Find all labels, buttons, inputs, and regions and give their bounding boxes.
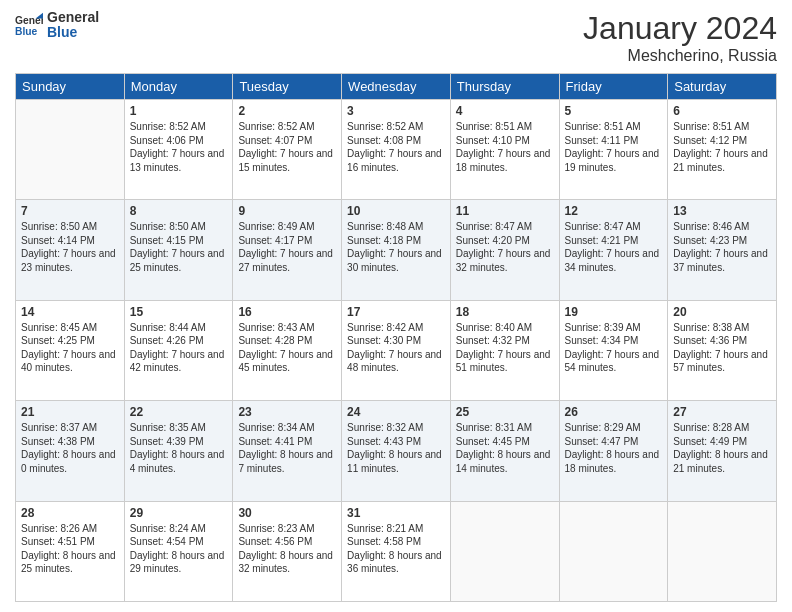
day-number: 23: [238, 405, 336, 419]
day-number: 4: [456, 104, 554, 118]
calendar-cell: [16, 100, 125, 200]
day-info: Sunrise: 8:23 AMSunset: 4:56 PMDaylight:…: [238, 522, 336, 576]
day-number: 30: [238, 506, 336, 520]
day-info: Sunrise: 8:52 AMSunset: 4:07 PMDaylight:…: [238, 120, 336, 174]
day-info: Sunrise: 8:31 AMSunset: 4:45 PMDaylight:…: [456, 421, 554, 475]
calendar-cell: 11Sunrise: 8:47 AMSunset: 4:20 PMDayligh…: [450, 200, 559, 300]
day-number: 22: [130, 405, 228, 419]
day-number: 3: [347, 104, 445, 118]
svg-text:Blue: Blue: [15, 27, 38, 38]
day-info: Sunrise: 8:37 AMSunset: 4:38 PMDaylight:…: [21, 421, 119, 475]
day-number: 19: [565, 305, 663, 319]
day-info: Sunrise: 8:49 AMSunset: 4:17 PMDaylight:…: [238, 220, 336, 274]
calendar-cell: 13Sunrise: 8:46 AMSunset: 4:23 PMDayligh…: [668, 200, 777, 300]
day-number: 7: [21, 204, 119, 218]
calendar-cell: 3Sunrise: 8:52 AMSunset: 4:08 PMDaylight…: [342, 100, 451, 200]
day-info: Sunrise: 8:21 AMSunset: 4:58 PMDaylight:…: [347, 522, 445, 576]
weekday-header-row: SundayMondayTuesdayWednesdayThursdayFrid…: [16, 74, 777, 100]
title-block: January 2024 Meshcherino, Russia: [583, 10, 777, 65]
weekday-header-wednesday: Wednesday: [342, 74, 451, 100]
weekday-header-sunday: Sunday: [16, 74, 125, 100]
day-number: 1: [130, 104, 228, 118]
day-info: Sunrise: 8:47 AMSunset: 4:20 PMDaylight:…: [456, 220, 554, 274]
calendar-cell: 10Sunrise: 8:48 AMSunset: 4:18 PMDayligh…: [342, 200, 451, 300]
month-title: January 2024: [583, 10, 777, 47]
calendar-cell: 29Sunrise: 8:24 AMSunset: 4:54 PMDayligh…: [124, 501, 233, 601]
day-number: 26: [565, 405, 663, 419]
calendar-cell: 22Sunrise: 8:35 AMSunset: 4:39 PMDayligh…: [124, 401, 233, 501]
day-number: 12: [565, 204, 663, 218]
day-info: Sunrise: 8:47 AMSunset: 4:21 PMDaylight:…: [565, 220, 663, 274]
day-info: Sunrise: 8:34 AMSunset: 4:41 PMDaylight:…: [238, 421, 336, 475]
logo-blue: Blue: [47, 25, 99, 40]
day-number: 11: [456, 204, 554, 218]
calendar-cell: 6Sunrise: 8:51 AMSunset: 4:12 PMDaylight…: [668, 100, 777, 200]
location: Meshcherino, Russia: [583, 47, 777, 65]
day-info: Sunrise: 8:26 AMSunset: 4:51 PMDaylight:…: [21, 522, 119, 576]
calendar-cell: 14Sunrise: 8:45 AMSunset: 4:25 PMDayligh…: [16, 300, 125, 400]
day-info: Sunrise: 8:50 AMSunset: 4:15 PMDaylight:…: [130, 220, 228, 274]
day-number: 25: [456, 405, 554, 419]
weekday-header-friday: Friday: [559, 74, 668, 100]
day-number: 21: [21, 405, 119, 419]
calendar-cell: 27Sunrise: 8:28 AMSunset: 4:49 PMDayligh…: [668, 401, 777, 501]
calendar-cell: 28Sunrise: 8:26 AMSunset: 4:51 PMDayligh…: [16, 501, 125, 601]
calendar-cell: 23Sunrise: 8:34 AMSunset: 4:41 PMDayligh…: [233, 401, 342, 501]
logo-icon: General Blue: [15, 11, 43, 39]
calendar-week-3: 14Sunrise: 8:45 AMSunset: 4:25 PMDayligh…: [16, 300, 777, 400]
day-number: 15: [130, 305, 228, 319]
logo-general: General: [47, 10, 99, 25]
day-number: 24: [347, 405, 445, 419]
day-info: Sunrise: 8:28 AMSunset: 4:49 PMDaylight:…: [673, 421, 771, 475]
day-number: 10: [347, 204, 445, 218]
day-info: Sunrise: 8:51 AMSunset: 4:11 PMDaylight:…: [565, 120, 663, 174]
calendar-cell: 4Sunrise: 8:51 AMSunset: 4:10 PMDaylight…: [450, 100, 559, 200]
header: General Blue General Blue January 2024 M…: [15, 10, 777, 65]
day-info: Sunrise: 8:24 AMSunset: 4:54 PMDaylight:…: [130, 522, 228, 576]
day-info: Sunrise: 8:42 AMSunset: 4:30 PMDaylight:…: [347, 321, 445, 375]
day-info: Sunrise: 8:32 AMSunset: 4:43 PMDaylight:…: [347, 421, 445, 475]
calendar-cell: 30Sunrise: 8:23 AMSunset: 4:56 PMDayligh…: [233, 501, 342, 601]
day-number: 18: [456, 305, 554, 319]
calendar-week-2: 7Sunrise: 8:50 AMSunset: 4:14 PMDaylight…: [16, 200, 777, 300]
day-number: 14: [21, 305, 119, 319]
calendar-week-4: 21Sunrise: 8:37 AMSunset: 4:38 PMDayligh…: [16, 401, 777, 501]
calendar-cell: 24Sunrise: 8:32 AMSunset: 4:43 PMDayligh…: [342, 401, 451, 501]
weekday-header-thursday: Thursday: [450, 74, 559, 100]
calendar-cell: 18Sunrise: 8:40 AMSunset: 4:32 PMDayligh…: [450, 300, 559, 400]
calendar-cell: 17Sunrise: 8:42 AMSunset: 4:30 PMDayligh…: [342, 300, 451, 400]
day-info: Sunrise: 8:44 AMSunset: 4:26 PMDaylight:…: [130, 321, 228, 375]
calendar-cell: 16Sunrise: 8:43 AMSunset: 4:28 PMDayligh…: [233, 300, 342, 400]
day-info: Sunrise: 8:35 AMSunset: 4:39 PMDaylight:…: [130, 421, 228, 475]
calendar-page: General Blue General Blue January 2024 M…: [0, 0, 792, 612]
weekday-header-monday: Monday: [124, 74, 233, 100]
calendar-cell: 25Sunrise: 8:31 AMSunset: 4:45 PMDayligh…: [450, 401, 559, 501]
calendar-cell: 7Sunrise: 8:50 AMSunset: 4:14 PMDaylight…: [16, 200, 125, 300]
day-number: 6: [673, 104, 771, 118]
calendar-cell: 5Sunrise: 8:51 AMSunset: 4:11 PMDaylight…: [559, 100, 668, 200]
day-info: Sunrise: 8:52 AMSunset: 4:08 PMDaylight:…: [347, 120, 445, 174]
day-info: Sunrise: 8:51 AMSunset: 4:12 PMDaylight:…: [673, 120, 771, 174]
day-number: 2: [238, 104, 336, 118]
calendar-cell: 20Sunrise: 8:38 AMSunset: 4:36 PMDayligh…: [668, 300, 777, 400]
day-info: Sunrise: 8:48 AMSunset: 4:18 PMDaylight:…: [347, 220, 445, 274]
day-number: 5: [565, 104, 663, 118]
day-info: Sunrise: 8:52 AMSunset: 4:06 PMDaylight:…: [130, 120, 228, 174]
calendar-cell: 12Sunrise: 8:47 AMSunset: 4:21 PMDayligh…: [559, 200, 668, 300]
calendar-cell: [450, 501, 559, 601]
calendar-cell: 15Sunrise: 8:44 AMSunset: 4:26 PMDayligh…: [124, 300, 233, 400]
weekday-header-tuesday: Tuesday: [233, 74, 342, 100]
day-info: Sunrise: 8:29 AMSunset: 4:47 PMDaylight:…: [565, 421, 663, 475]
calendar-cell: 21Sunrise: 8:37 AMSunset: 4:38 PMDayligh…: [16, 401, 125, 501]
day-info: Sunrise: 8:51 AMSunset: 4:10 PMDaylight:…: [456, 120, 554, 174]
day-info: Sunrise: 8:43 AMSunset: 4:28 PMDaylight:…: [238, 321, 336, 375]
day-number: 28: [21, 506, 119, 520]
day-info: Sunrise: 8:38 AMSunset: 4:36 PMDaylight:…: [673, 321, 771, 375]
calendar-week-1: 1Sunrise: 8:52 AMSunset: 4:06 PMDaylight…: [16, 100, 777, 200]
weekday-header-saturday: Saturday: [668, 74, 777, 100]
day-number: 13: [673, 204, 771, 218]
calendar-cell: 1Sunrise: 8:52 AMSunset: 4:06 PMDaylight…: [124, 100, 233, 200]
day-number: 29: [130, 506, 228, 520]
day-info: Sunrise: 8:45 AMSunset: 4:25 PMDaylight:…: [21, 321, 119, 375]
day-number: 8: [130, 204, 228, 218]
